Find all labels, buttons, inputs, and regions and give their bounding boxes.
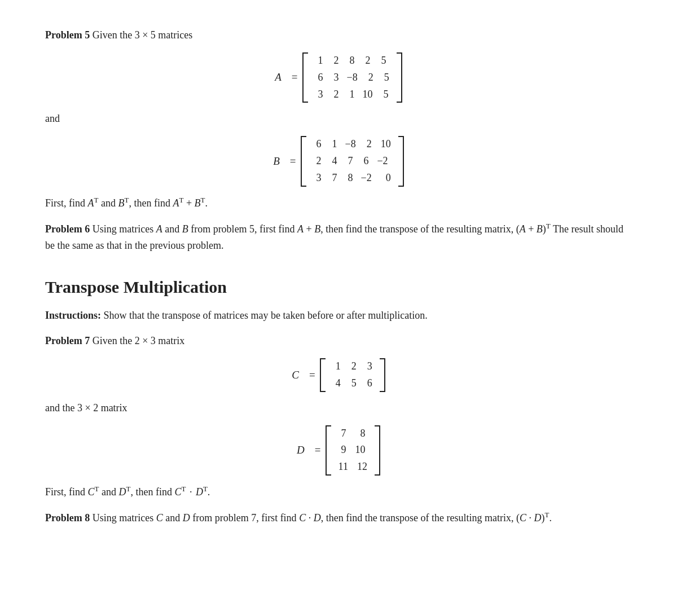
cell-a25: 5	[377, 69, 393, 86]
matrix-a-equation: A = 1 2 8 2 5 6 3 −8 2 5 3 2 1 10 5	[45, 52, 632, 103]
matrix-c-equals: =	[309, 367, 315, 384]
transpose-multiplication-heading: Transpose Multiplication	[45, 274, 632, 301]
problem8-block: Problem 8 Using matrices C and D from pr…	[45, 509, 632, 526]
matrix-a-label: A	[275, 69, 282, 86]
matrix-d-label: D	[297, 442, 305, 459]
matrix-a-equals: =	[292, 69, 298, 86]
problem5-intro: Given the 3 × 5 matrices	[93, 29, 193, 41]
matrix-b-label: B	[273, 153, 280, 170]
cell-a24: 2	[362, 69, 377, 86]
instructions-label: Instructions:	[45, 310, 101, 321]
p5-at2-label: A	[173, 197, 179, 209]
cell-b31: 3	[310, 170, 326, 187]
table-row: 6 3 −8 2 5	[311, 69, 393, 86]
p7-dt-sup: T	[126, 485, 130, 493]
cell-b24: 6	[357, 153, 373, 170]
cell-a11: 1	[311, 52, 327, 69]
cell-d22: 10	[350, 442, 370, 459]
matrix-d-rows: 7 8 9 10 11 12	[335, 425, 371, 476]
cell-d12: 8	[350, 425, 370, 442]
p7-ct-label: C	[88, 486, 95, 498]
cell-c23: 6	[361, 375, 376, 392]
cell-b33: 8	[341, 170, 357, 187]
instructions-block: Instructions: Show that the transpose of…	[45, 307, 632, 324]
p6-sup: T	[546, 222, 551, 230]
p5-bt2-label: B	[195, 197, 201, 209]
problem7-title: Problem 7	[45, 335, 90, 346]
p5-bt-sup: T	[124, 196, 129, 204]
problem7-intro: Given the 2 × 3 matrix	[93, 335, 185, 346]
table-row: 4 5 6	[329, 375, 376, 392]
problem8-title: Problem 8	[45, 512, 90, 523]
cdot-1: ·	[187, 486, 195, 498]
cell-b15: 10	[376, 136, 395, 153]
cell-c12: 2	[345, 358, 361, 375]
cell-a15: 5	[375, 52, 390, 69]
matrix-c-equation: C = 1 2 3 4 5 6	[45, 358, 632, 392]
cell-d31: 11	[335, 459, 352, 476]
p5-bt2-sup: T	[201, 196, 205, 204]
p5-at2-sup: T	[179, 196, 183, 204]
cell-a33: 1	[343, 86, 359, 103]
table-row: 6 1 −8 2 10	[310, 136, 395, 153]
cell-b25: −2	[373, 153, 392, 170]
p7-ct2-sup: T	[181, 485, 186, 493]
cell-d11: 7	[335, 425, 350, 442]
table-row: 3 7 8 −2 0	[310, 170, 395, 187]
matrix-b-rows: 6 1 −8 2 10 2 4 7 6 −2 3 7 8 −2 0	[310, 136, 395, 187]
matrix-c: 1 2 3 4 5 6	[320, 358, 385, 392]
table-row: 7 8	[335, 425, 370, 442]
problem6-title: Problem 6	[45, 223, 90, 235]
table-row: 1 2 8 2 5	[311, 52, 390, 69]
cell-b32: 7	[326, 170, 341, 187]
matrix-b-equation: B = 6 1 −8 2 10 2 4 7 6 −2 3 7 8 −2	[45, 136, 632, 187]
cell-a35: 5	[377, 86, 393, 103]
p5-at-label: A	[88, 197, 94, 209]
table-row: 3 2 1 10 5	[311, 86, 393, 103]
problem6-block: Problem 6 Using matrices A and B from pr…	[45, 221, 632, 254]
cell-a12: 2	[327, 52, 343, 69]
table-row: 1 2 3	[329, 358, 376, 375]
matrix-c-label: C	[292, 367, 299, 384]
cell-b34: −2	[357, 170, 376, 187]
cell-b11: 6	[310, 136, 326, 153]
cell-b14: 2	[360, 136, 376, 153]
table-row: 2 4 7 6 −2	[310, 153, 392, 170]
problem7-block: Problem 7 Given the 2 × 3 matrix	[45, 333, 632, 349]
cell-a31: 3	[311, 86, 327, 103]
problem6-text: Using matrices A and B from problem 5, f…	[45, 223, 623, 251]
and-text-1: and	[45, 113, 60, 124]
cell-c11: 1	[329, 358, 345, 375]
cell-b21: 2	[310, 153, 326, 170]
matrix-b-equals: =	[290, 153, 296, 170]
cell-b13: −8	[341, 136, 360, 153]
and-label-1: and	[45, 111, 632, 127]
matrix-b: 6 1 −8 2 10 2 4 7 6 −2 3 7 8 −2 0	[301, 136, 404, 187]
p7-ct2-label: C	[174, 486, 181, 498]
cell-c13: 3	[361, 358, 376, 375]
p5-bt-label: B	[118, 197, 124, 209]
p8-sup: T	[545, 511, 549, 519]
table-row: 9 10	[335, 442, 370, 459]
cell-b23: 7	[341, 153, 357, 170]
instructions-text: Show that the transpose of matrices may …	[104, 310, 428, 321]
cell-a14: 2	[359, 52, 375, 69]
matrix-a-rows: 1 2 8 2 5 6 3 −8 2 5 3 2 1 10 5	[311, 52, 393, 103]
table-row: 11 12	[335, 459, 371, 476]
p5-at-sup: T	[94, 196, 99, 204]
p7-dt2-label: D	[196, 486, 203, 498]
matrix-a: 1 2 8 2 5 6 3 −8 2 5 3 2 1 10 5	[302, 52, 402, 103]
and-text-2: and the 3 × 2 matrix	[45, 402, 128, 413]
cell-a22: 3	[327, 69, 343, 86]
p7-dt-label: D	[118, 486, 126, 498]
problem5-block: Problem 5 Given the 3 × 5 matrices	[45, 27, 632, 43]
cell-c21: 4	[329, 375, 345, 392]
matrix-d: 7 8 9 10 11 12	[326, 425, 380, 476]
p7-ct-sup: T	[95, 485, 99, 493]
cell-a21: 6	[311, 69, 327, 86]
cell-b35: 0	[376, 170, 395, 187]
problem5-instruction: First, find AT and BT, then find AT + BT…	[45, 195, 632, 212]
cell-b22: 4	[326, 153, 341, 170]
cell-a34: 10	[359, 86, 377, 103]
cell-b12: 1	[326, 136, 341, 153]
